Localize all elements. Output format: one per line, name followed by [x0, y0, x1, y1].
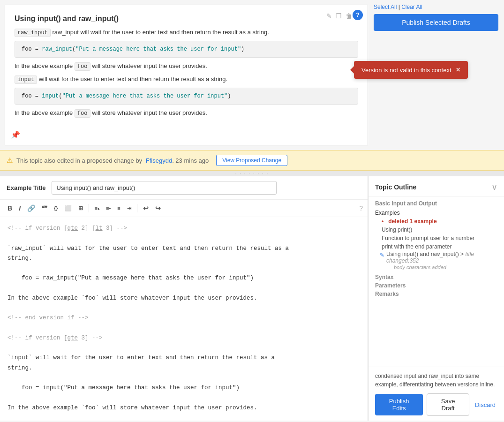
warning-text: This topic also edited in a proposed cha… — [16, 157, 209, 164]
edit-icon[interactable]: ✎ — [326, 12, 332, 20]
outline-section-basic: Basic Input and Output — [375, 200, 497, 207]
ordered-list-button[interactable]: ≡₁ — [92, 203, 102, 213]
code-block-2: foo = input("Put a message here that ask… — [15, 88, 358, 105]
preview-para2: In the above example foo will store what… — [15, 61, 358, 71]
help-button[interactable]: ? — [353, 10, 363, 20]
version-comment-3: <!-- if version [gte 3] --> — [8, 335, 103, 341]
indent-button[interactable]: ⇥ — [124, 203, 134, 213]
pin-icon[interactable]: 📌 — [11, 130, 20, 139]
select-all-link[interactable]: Select All — [374, 4, 397, 10]
topic-outline-header: Topic Outline ∨ — [369, 176, 504, 196]
inline-code-foo2: foo — [75, 109, 90, 118]
preview-para3: input will wait for the user to enter te… — [15, 75, 358, 84]
inline-code-foo1: foo — [75, 62, 90, 71]
resize-dots: · · · · · · · · — [235, 171, 269, 176]
example-title-label: Example Title — [7, 184, 46, 191]
outline-print-end[interactable]: print with the end parameter — [375, 242, 497, 251]
toolbar-separator-1 — [89, 204, 89, 212]
undo-button[interactable]: ↩ — [140, 203, 151, 214]
select-clear-actions: Select All | Clear All — [374, 4, 422, 10]
outline-edited-item-row: ✎ Using input() and raw_input() > title … — [375, 251, 497, 270]
delete-icon[interactable]: 🗑 — [346, 12, 352, 20]
publish-selected-button[interactable]: Publish Selected Drafts — [374, 14, 498, 31]
outline-section: Basic Input and Output Examples deleted … — [369, 196, 504, 303]
error-message: Version is not valid in this context — [361, 67, 451, 74]
align-button[interactable]: ≡ — [114, 203, 123, 213]
clear-link[interactable]: Clear All — [401, 4, 422, 10]
outline-examples-label: Examples — [375, 209, 497, 217]
code-block-1: foo = raw_input("Put a message here that… — [15, 41, 358, 58]
warning-icon: ⚠ — [7, 156, 13, 165]
code-button[interactable]: {} — [51, 203, 61, 213]
outline-toggle[interactable]: ∨ — [491, 182, 497, 192]
author-link[interactable]: Ffisegydd — [146, 157, 172, 164]
edit-pencil-icon: ✎ — [380, 252, 384, 258]
inline-code-raw: raw_input — [15, 29, 51, 37]
outline-edited-label: Using input() and raw_input() > title ch… — [386, 251, 497, 264]
code-editor[interactable]: <!-- if version [gte 2] [lt 3] --> `raw_… — [0, 217, 368, 421]
unordered-list-button[interactable]: ≡• — [103, 203, 113, 213]
error-arrow — [350, 66, 354, 74]
outline-deleted-item[interactable]: deleted 1 example — [375, 217, 497, 226]
editor-right-bottom: condensed input and raw_input into same … — [369, 367, 504, 421]
error-bubble: Version is not valid in this context × — [354, 61, 468, 79]
resize-handle[interactable]: · · · · · · · · — [0, 171, 504, 176]
editor-toolbar: B I 🔗 ❝❞ {} ⬜ ⊞ ≡₁ ≡• ≡ ⇥ ↩ ↪ ? — [0, 200, 368, 217]
copy-icon[interactable]: ❐ — [336, 12, 342, 20]
topic-outline-title: Topic Outline — [375, 183, 416, 191]
separator: | — [399, 4, 400, 10]
code-text-1: foo = raw_input("Put a message here that… — [22, 46, 244, 53]
discard-button[interactable]: Discard — [473, 398, 497, 412]
action-buttons: Publish Edits Save Draft Discard — [375, 393, 497, 416]
help-icon[interactable]: ? — [359, 204, 363, 212]
code-text-2: foo = input("Put a message here that ask… — [22, 93, 231, 99]
inline-code-input: input — [15, 75, 37, 84]
view-proposed-change-button[interactable]: View Proposed Change — [216, 155, 287, 166]
link-button[interactable]: 🔗 — [24, 203, 38, 214]
editor-section: Example Title B I 🔗 ❝❞ {} ⬜ ⊞ ≡₁ ≡• ≡ ⇥ … — [0, 176, 504, 421]
editor-left: Example Title B I 🔗 ❝❞ {} ⬜ ⊞ ≡₁ ≡• ≡ ⇥ … — [0, 176, 368, 421]
bold-button[interactable]: B — [5, 203, 15, 214]
save-draft-button[interactable]: Save Draft — [427, 393, 469, 416]
editor-right: Topic Outline ∨ Basic Input and Output E… — [368, 176, 504, 421]
preview-para4: In the above example foo will store what… — [15, 108, 358, 118]
outline-remarks: Remarks — [375, 291, 497, 297]
image-button[interactable]: ⬜ — [62, 203, 75, 213]
preview-para1: raw_input raw_input will wait for the us… — [15, 28, 358, 37]
toolbar-separator-2 — [137, 204, 137, 212]
preview-title: Using input() and raw_input() — [15, 15, 358, 23]
version-comment-1: <!-- if version [gte 2] [lt 3] --> — [8, 225, 127, 232]
outline-spacer-1 — [375, 270, 497, 274]
outline-using-print[interactable]: Using print() — [375, 226, 497, 234]
editor-title-row: Example Title — [0, 176, 368, 200]
outline-function-prompt[interactable]: Function to prompt user for a number — [375, 234, 497, 242]
publish-edits-button[interactable]: Publish Edits — [375, 394, 423, 415]
outline-spacer-flex — [369, 303, 504, 367]
version-comment-2: <!-- end version if --> — [8, 315, 89, 321]
table-button[interactable]: ⊞ — [75, 203, 86, 213]
outline-edited-item[interactable]: Using input() and raw_input() > title ch… — [386, 251, 497, 270]
blockquote-button[interactable]: ❝❞ — [39, 203, 50, 213]
outline-edited-sub: body characters added — [386, 264, 497, 270]
commit-message: condensed input and raw_input into same … — [375, 372, 497, 389]
redo-button[interactable]: ↪ — [152, 203, 164, 214]
warning-bar: ⚠ This topic also edited in a proposed c… — [0, 150, 504, 171]
example-title-input[interactable] — [52, 181, 277, 195]
preview-panel: ✎ ❐ 🗑 ∧ Using input() and raw_input() ra… — [5, 5, 368, 145]
outline-syntax: Syntax — [375, 274, 497, 280]
outline-parameters: Parameters — [375, 282, 497, 289]
top-actions: Select All | Clear All — [374, 4, 498, 10]
italic-button[interactable]: I — [16, 203, 23, 214]
error-close-button[interactable]: × — [456, 66, 460, 74]
